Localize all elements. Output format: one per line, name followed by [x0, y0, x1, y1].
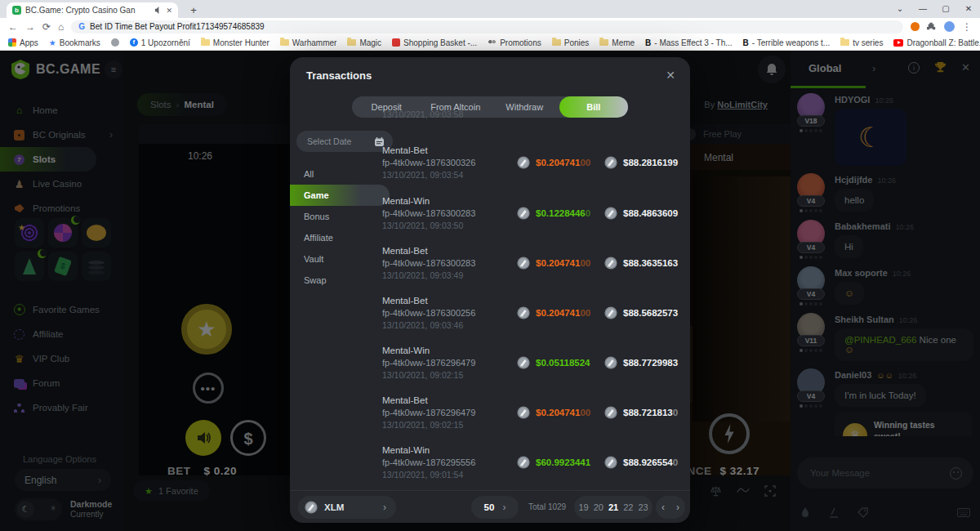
- xlm-coin-icon: [517, 406, 530, 419]
- shopping-icon: [392, 38, 400, 47]
- extensions-puzzle-icon[interactable]: [927, 22, 937, 32]
- bookmark-folder[interactable]: Meme: [599, 38, 635, 47]
- xlm-coin-icon: [517, 306, 530, 319]
- window-minimize-button[interactable]: —: [911, 0, 934, 18]
- tx-amount: $0.20474100: [536, 158, 590, 167]
- profile-avatar[interactable]: [944, 21, 955, 32]
- tx-name: Mental-Bet: [382, 246, 682, 256]
- tx-name: Mental-Win: [382, 196, 682, 206]
- address-bar[interactable]: G Bet ID Time Bet Payout Profit171349574…: [71, 20, 903, 33]
- tx-date: 13/10/2021, 09:02:15: [382, 420, 682, 430]
- tx-date: 13/10/2021, 09:03:46: [382, 320, 682, 330]
- xlm-coin-icon: [305, 501, 318, 514]
- home-button[interactable]: ⌂: [58, 21, 64, 33]
- tx-date: 13/10/2021, 09:01:54: [382, 470, 682, 480]
- bookmark-masseffect[interactable]: B- Mass Effect 3 - Th...: [645, 38, 732, 47]
- tx-balance: $88.4863609: [623, 208, 678, 218]
- total-count: Total 1029: [528, 502, 566, 511]
- bookmark-folder[interactable]: tv series: [840, 38, 883, 47]
- tx-date: 13/10/2021, 09:02:15: [382, 370, 682, 380]
- extension-icon[interactable]: [911, 22, 920, 31]
- tx-balance: $88.7729983: [623, 358, 678, 368]
- bookmark-bookmarks[interactable]: ★Bookmarks: [49, 38, 100, 47]
- bookmark-folder[interactable]: Ponies: [552, 38, 590, 47]
- reload-button[interactable]: ⟳: [42, 21, 51, 33]
- xlm-coin-icon: [604, 207, 617, 220]
- prev-page-button[interactable]: ‹: [662, 502, 665, 513]
- xlm-coin-icon: [517, 207, 530, 220]
- tx-name: Mental-Win: [382, 346, 682, 355]
- page-size-selector[interactable]: 50›: [471, 496, 519, 519]
- tab-title: BC.Game: Crypto Casino Gan: [25, 6, 150, 15]
- bookmark-folder[interactable]: Monster Hunter: [201, 38, 270, 47]
- tx-balance: $88.9265540: [623, 457, 678, 467]
- transaction-row: Mental-Bet fp-4tk0ww-1876300326 13/10/20…: [382, 145, 682, 188]
- forward-button[interactable]: →: [25, 21, 35, 33]
- url-text: Bet ID Time Bet Payout Profit17134957468…: [90, 22, 264, 31]
- tx-name: Mental-Bet: [382, 395, 682, 405]
- window-close-button[interactable]: ✕: [957, 0, 980, 18]
- xlm-coin-icon: [604, 156, 617, 169]
- chrome-menu-icon[interactable]: ⋮: [962, 21, 972, 33]
- tx-amount: $0.05118524: [536, 358, 590, 368]
- tx-balance: $88.3635163: [623, 258, 678, 268]
- star-icon: ★: [49, 38, 56, 47]
- xlm-coin-icon: [517, 356, 530, 369]
- bookmark-promotions[interactable]: Promotions: [488, 38, 541, 47]
- tx-amount: $60.9923441: [536, 457, 590, 467]
- youtube-icon: [893, 39, 903, 47]
- window-maximize-button[interactable]: ▢: [934, 0, 957, 18]
- transaction-row: Mental-Bet fp-4tk0ww-1876300283 13/10/20…: [382, 246, 682, 288]
- bookmark-folder[interactable]: Warhammer: [280, 38, 337, 47]
- browser-tab[interactable]: b BC.Game: Crypto Casino Gan ✕: [7, 2, 178, 18]
- modal-footer: XLM › 50› Total 1029 19 20 21 22 23 ‹ ›: [290, 490, 690, 523]
- tx-balance: $88.2816199: [623, 158, 678, 167]
- bookmark-folder[interactable]: Magic: [347, 38, 381, 47]
- tx-amount: $0.12284460: [536, 208, 590, 218]
- browser-tab-strip: b BC.Game: Crypto Casino Gan ✕ + ⌄ — ▢ ✕: [0, 0, 980, 18]
- filter-game[interactable]: Game: [290, 185, 390, 206]
- folder-icon: [280, 39, 289, 46]
- tab-close-icon[interactable]: ✕: [166, 7, 172, 15]
- modal-close-button[interactable]: ✕: [666, 69, 675, 82]
- window-menu-button[interactable]: ⌄: [889, 0, 911, 18]
- page-19[interactable]: 19: [578, 502, 588, 512]
- folder-icon: [840, 39, 849, 46]
- xlm-coin-icon: [517, 257, 530, 270]
- people-icon: [488, 39, 497, 46]
- currency-selector[interactable]: XLM ›: [298, 496, 396, 519]
- tab-audio-icon[interactable]: [154, 7, 162, 14]
- google-icon: G: [78, 22, 85, 31]
- tx-name: Mental-Bet: [382, 296, 682, 306]
- modal-title: Transactions: [306, 69, 372, 82]
- page-21-current[interactable]: 21: [608, 502, 618, 512]
- back-button[interactable]: ←: [8, 21, 18, 33]
- new-tab-button[interactable]: +: [186, 3, 201, 18]
- page-23[interactable]: 23: [638, 502, 648, 512]
- xlm-coin-icon: [517, 456, 530, 469]
- bookmark-facebook[interactable]: f1 Upozornění: [130, 38, 190, 47]
- transactions-modal: Transactions ✕ Deposit From Altcoin With…: [290, 57, 690, 523]
- globe-bookmark-icon[interactable]: [111, 38, 119, 47]
- tx-amount: $0.20474100: [536, 408, 590, 417]
- chevron-right-icon: ›: [383, 502, 386, 513]
- xlm-coin-icon: [604, 356, 617, 369]
- bookmark-weapons[interactable]: B- Terrible weapons t...: [743, 38, 831, 47]
- tx-amount: $0.20474100: [536, 258, 590, 268]
- tx-balance: $88.5682573: [623, 308, 678, 318]
- pagination-pages: 19 20 21 22 23: [574, 496, 653, 519]
- screen: b BC.Game: Crypto Casino Gan ✕ + ⌄ — ▢ ✕…: [0, 0, 980, 531]
- browser-toolbar: ← → ⟳ ⌂ G Bet ID Time Bet Payout Profit1…: [0, 18, 980, 35]
- transaction-row: Mental-Bet fp-4tk0ww-1876296479 13/10/20…: [382, 395, 682, 438]
- next-page-button[interactable]: ›: [676, 502, 679, 513]
- bookmark-shopping[interactable]: Shopping Basket -...: [392, 38, 477, 47]
- facebook-icon: f: [130, 38, 138, 47]
- tx-date: 13/10/2021, 09:03:50: [382, 221, 682, 230]
- xlm-coin-icon: [604, 257, 617, 270]
- bookmark-youtube[interactable]: Dragonball Z: Battle...: [893, 38, 980, 47]
- page-20[interactable]: 20: [594, 502, 604, 512]
- tx-date: 13/10/2021, 09:03:49: [382, 270, 682, 280]
- site-favicon: b: [12, 6, 21, 15]
- page-22[interactable]: 22: [623, 502, 633, 512]
- bookmark-apps[interactable]: Apps: [8, 38, 38, 47]
